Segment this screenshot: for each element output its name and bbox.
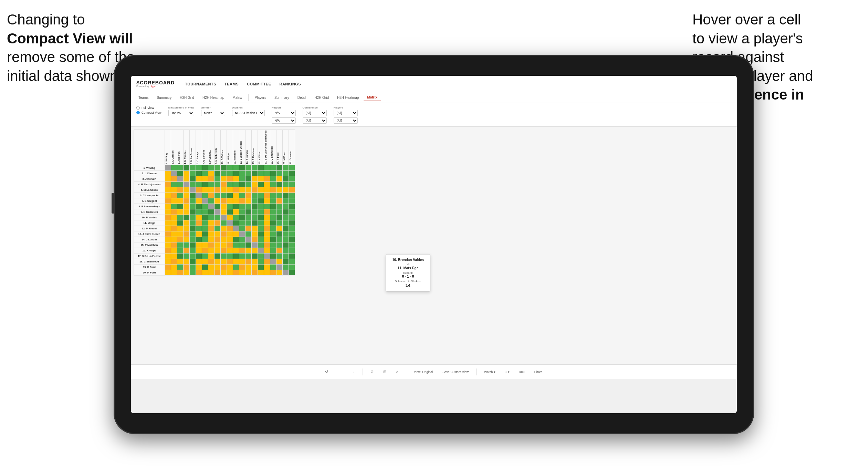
matrix-cell[interactable]	[171, 220, 177, 226]
matrix-cell[interactable]	[196, 231, 202, 237]
matrix-cell[interactable]	[227, 253, 233, 259]
matrix-cell[interactable]	[258, 248, 264, 253]
matrix-cell[interactable]	[258, 215, 264, 220]
matrix-cell[interactable]	[252, 264, 258, 270]
matrix-cell[interactable]	[221, 165, 227, 171]
matrix-cell[interactable]	[276, 253, 283, 259]
matrix-cell[interactable]	[190, 198, 196, 204]
matrix-cell[interactable]	[165, 253, 171, 259]
matrix-cell[interactable]	[258, 264, 264, 270]
matrix-cell[interactable]	[270, 198, 276, 204]
matrix-cell[interactable]	[276, 270, 283, 276]
matrix-cell[interactable]	[289, 204, 295, 209]
matrix-cell[interactable]	[177, 198, 184, 204]
matrix-cell[interactable]	[215, 215, 221, 220]
matrix-cell[interactable]	[165, 220, 171, 226]
matrix-cell[interactable]	[270, 220, 276, 226]
matrix-cell[interactable]	[252, 231, 258, 237]
matrix-cell[interactable]	[276, 215, 283, 220]
matrix-cell[interactable]	[177, 237, 184, 242]
matrix-cell[interactable]	[208, 220, 215, 226]
matrix-cell[interactable]	[264, 248, 270, 253]
matrix-cell[interactable]	[208, 270, 215, 276]
matrix-cell[interactable]	[227, 231, 233, 237]
matrix-cell[interactable]	[283, 253, 289, 259]
matrix-cell[interactable]	[252, 226, 258, 231]
matrix-cell[interactable]	[245, 176, 252, 182]
matrix-cell[interactable]	[202, 253, 208, 259]
matrix-cell[interactable]	[283, 193, 289, 198]
matrix-cell[interactable]	[196, 237, 202, 242]
matrix-cell[interactable]	[264, 165, 270, 171]
matrix-cell[interactable]	[276, 237, 283, 242]
matrix-area[interactable]: 1. W Ding 2. L Clanton 3. J Koivun 4. M …	[131, 127, 737, 278]
matrix-cell[interactable]	[239, 215, 245, 220]
matrix-cell[interactable]	[165, 182, 171, 187]
matrix-cell[interactable]	[283, 220, 289, 226]
matrix-cell[interactable]	[264, 264, 270, 270]
matrix-cell[interactable]	[165, 226, 171, 231]
matrix-cell[interactable]	[245, 264, 252, 270]
matrix-cell[interactable]	[252, 237, 258, 242]
matrix-cell[interactable]	[245, 259, 252, 264]
tab-matrix[interactable]: Matrix	[229, 94, 245, 101]
matrix-cell[interactable]	[208, 215, 215, 220]
matrix-cell[interactable]	[239, 264, 245, 270]
matrix-cell[interactable]	[196, 171, 202, 176]
matrix-cell[interactable]	[177, 220, 184, 226]
matrix-cell[interactable]	[239, 209, 245, 215]
matrix-cell[interactable]	[283, 242, 289, 248]
matrix-cell[interactable]	[215, 193, 221, 198]
matrix-cell[interactable]	[208, 176, 215, 182]
matrix-cell[interactable]	[184, 215, 190, 220]
matrix-cell[interactable]	[245, 270, 252, 276]
tab-sub-detail[interactable]: Detail	[294, 94, 310, 101]
matrix-cell[interactable]	[165, 171, 171, 176]
matrix-cell[interactable]	[202, 215, 208, 220]
matrix-cell[interactable]	[208, 198, 215, 204]
matrix-cell[interactable]	[227, 204, 233, 209]
tab-teams[interactable]: Teams	[135, 94, 152, 101]
matrix-cell[interactable]	[264, 253, 270, 259]
matrix-cell[interactable]	[165, 176, 171, 182]
tab-sub-h2h-grid[interactable]: H2H Grid	[311, 94, 332, 101]
matrix-cell[interactable]	[196, 220, 202, 226]
matrix-cell[interactable]	[171, 253, 177, 259]
matrix-cell[interactable]	[276, 171, 283, 176]
matrix-cell[interactable]	[227, 193, 233, 198]
matrix-cell[interactable]	[196, 187, 202, 193]
matrix-cell[interactable]	[276, 220, 283, 226]
matrix-cell[interactable]	[196, 270, 202, 276]
matrix-cell[interactable]	[177, 182, 184, 187]
matrix-cell[interactable]	[215, 226, 221, 231]
matrix-cell[interactable]	[258, 193, 264, 198]
matrix-cell[interactable]	[233, 209, 239, 215]
matrix-cell[interactable]	[196, 226, 202, 231]
matrix-cell[interactable]	[190, 253, 196, 259]
matrix-cell[interactable]	[171, 171, 177, 176]
matrix-cell[interactable]	[171, 193, 177, 198]
matrix-cell[interactable]	[245, 237, 252, 242]
toolbar-save-custom[interactable]: Save Custom View	[440, 369, 471, 375]
matrix-cell[interactable]	[233, 226, 239, 231]
matrix-cell[interactable]	[270, 242, 276, 248]
matrix-cell[interactable]	[252, 171, 258, 176]
matrix-cell[interactable]	[227, 237, 233, 242]
matrix-cell[interactable]	[227, 270, 233, 276]
matrix-cell[interactable]	[184, 248, 190, 253]
matrix-cell[interactable]	[252, 248, 258, 253]
matrix-cell[interactable]	[184, 237, 190, 242]
matrix-cell[interactable]	[276, 165, 283, 171]
matrix-cell[interactable]	[233, 253, 239, 259]
matrix-cell[interactable]	[252, 176, 258, 182]
matrix-cell[interactable]	[239, 220, 245, 226]
matrix-cell[interactable]	[245, 248, 252, 253]
matrix-cell[interactable]	[276, 198, 283, 204]
toolbar-view-original[interactable]: View: Original	[412, 369, 435, 375]
matrix-cell[interactable]	[177, 248, 184, 253]
matrix-cell[interactable]	[233, 220, 239, 226]
tab-h2h-heatmap[interactable]: H2H Heatmap	[199, 94, 228, 101]
matrix-cell[interactable]	[202, 231, 208, 237]
matrix-cell[interactable]	[196, 242, 202, 248]
matrix-cell[interactable]	[202, 165, 208, 171]
